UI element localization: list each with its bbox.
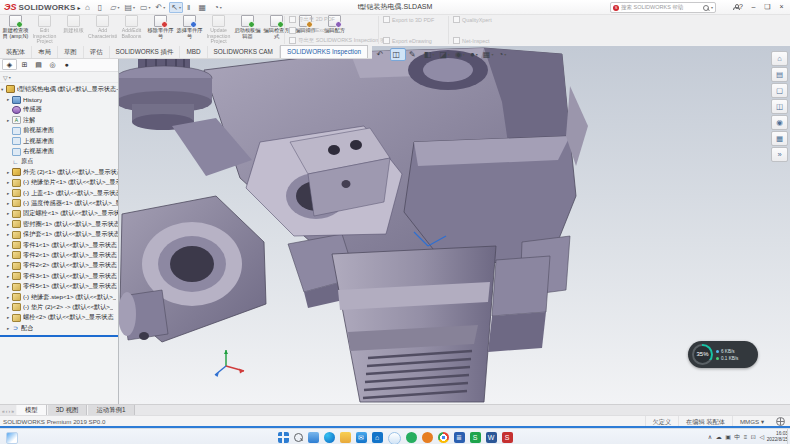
ribbon-button[interactable]: 新建模板 <box>59 14 88 45</box>
undo-icon[interactable]: ↶▾ <box>155 2 167 13</box>
tree-item[interactable]: ▸ (-) 绝缘套.step<1> (默认<<默认>_ <box>0 292 118 302</box>
tree-item[interactable]: ▸ (-) 上盖<1> (默认<<默认>_显示状态 <box>0 188 118 198</box>
ribbon-button[interactable]: Edit Inspection Project <box>30 14 59 45</box>
first-tab-icon[interactable]: « <box>2 408 5 414</box>
command-tab[interactable]: 装配体 <box>0 46 32 58</box>
search-icon[interactable] <box>703 5 709 11</box>
tree-item[interactable]: ▸ (-) 垫片 (2)<2> -> (默认<<默认>_ <box>0 302 118 312</box>
tree-item[interactable]: ▸ 零件2<1> (默认<<默认>_显示状态 <box>0 250 118 260</box>
search-caret-icon[interactable]: ▾ <box>711 5 713 10</box>
command-tab[interactable]: SOLIDWORKS CAM <box>208 46 280 58</box>
export-link[interactable]: Export to 3D PDF <box>383 16 449 23</box>
design-library-icon[interactable]: ▤ <box>771 67 788 82</box>
print-icon[interactable]: ▭▾ <box>139 2 152 13</box>
dimxpertmanager-tab[interactable]: ◎ <box>46 59 59 70</box>
view-palette-icon[interactable]: ◫ <box>771 99 788 114</box>
export-link[interactable]: QualityXpert <box>453 16 513 23</box>
tree-item[interactable]: ▸ 上视基准面 <box>0 136 118 146</box>
tree-item[interactable]: ▸ 右视基准面 <box>0 146 118 156</box>
annotation-view-icon[interactable]: ✎▾ <box>408 48 421 61</box>
rollback-bar[interactable] <box>0 335 118 337</box>
word-icon[interactable]: W <box>486 432 497 443</box>
view-orientation-icon[interactable]: ◧▾ <box>422 48 436 61</box>
ribbon-button[interactable]: 选择零件序号 <box>175 14 204 45</box>
edit-appearance-icon[interactable]: ●▾ <box>468 48 479 61</box>
wechat-icon[interactable] <box>406 432 417 443</box>
store-icon[interactable]: ⌂ <box>372 432 383 443</box>
next-tab-icon[interactable]: › <box>8 408 10 414</box>
appearances-icon[interactable]: ◉ <box>771 115 788 130</box>
command-tab[interactable]: SOLIDWORKS Inspection <box>280 45 368 58</box>
ime-mode-icon[interactable]: ≡ <box>744 431 748 443</box>
apply-scene-icon[interactable]: ▦▾ <box>481 48 495 61</box>
command-tab[interactable]: 布局 <box>32 46 58 58</box>
filter-funnel-icon[interactable]: ▽ <box>3 74 8 81</box>
command-tab[interactable]: 评估 <box>84 46 110 58</box>
solidworks-resources-icon[interactable]: ⌂ <box>771 51 788 66</box>
solidworks-icon[interactable]: S <box>502 432 513 443</box>
command-tab[interactable]: SOLIDWORKS 插件 <box>110 46 181 58</box>
configurationmanager-tab[interactable]: ▤ <box>32 59 45 70</box>
tree-item[interactable]: ▸ 零件1<1> (默认<<默认>_显示状态 1 <box>0 240 118 250</box>
open-icon[interactable]: ▱▾ <box>109 2 120 13</box>
tree-filter-row[interactable]: ▽ ▾ <box>0 72 118 83</box>
view-settings-icon[interactable]: ◔▾ <box>497 48 508 61</box>
onedrive-icon[interactable] <box>388 432 401 444</box>
tree-root-item[interactable]: ▾ t型铠装热电偶 (默认<默认_显示状态-1>) <box>0 84 118 94</box>
propertymanager-tab[interactable]: ⊞ <box>18 59 31 70</box>
search-box[interactable]: S 搜索 SOLIDWORKS 帮助 ▾ <box>610 2 716 13</box>
tree-item[interactable]: ▸ 前视基准面 <box>0 126 118 136</box>
ribbon-button[interactable]: 新建检查项目 (amp;N) <box>1 14 30 45</box>
tree-item[interactable]: ▸ History <box>0 94 118 104</box>
display-style-icon[interactable]: ◪▾ <box>438 48 452 61</box>
export-link[interactable]: Export eDrawing <box>383 37 449 44</box>
new-document-icon[interactable]: ▯▾ <box>97 2 106 13</box>
ribbon-button[interactable]: Update Inspection Project <box>204 14 233 45</box>
task-view-icon[interactable] <box>308 432 319 443</box>
tree-item[interactable]: ▸ (-) 温度传感器<1> (默认<<默认>_显 <box>0 198 118 208</box>
export-link[interactable]: 导出至 Excel <box>289 27 379 34</box>
tree-item[interactable]: ▸ 零件3<1> (默认<<默认>_显示状态 <box>0 271 118 281</box>
section-view-icon[interactable]: ◫▾ <box>390 48 406 61</box>
filter-caret-icon[interactable]: ▾ <box>9 75 11 80</box>
tree-item[interactable]: ▸ 零件5<1> (默认<<默认>_显示状态 <box>0 281 118 291</box>
tree-item[interactable]: ▸ 外壳 (2)<1> (默认<<默认>_显示状态 <box>0 167 118 177</box>
tree-item[interactable]: ▸ A 注解 <box>0 115 118 125</box>
menu-expand-icon[interactable]: ▸ <box>78 4 83 11</box>
previous-view-icon[interactable]: ↶▾ <box>375 48 388 61</box>
file-explorer-icon[interactable]: ▢ <box>771 83 788 98</box>
restore-button[interactable]: ❏ <box>761 1 774 13</box>
ime-language-indicator[interactable]: 中 <box>734 431 740 443</box>
mail-icon[interactable]: ✉ <box>356 432 367 443</box>
tree-item[interactable]: ▸ 传感器 <box>0 105 118 115</box>
prev-tab-icon[interactable]: ‹ <box>6 408 8 414</box>
taskbar-clock[interactable]: 16:03 2022/8/15 <box>767 431 788 443</box>
graphics-area[interactable]: ▣▾⊞▾↶▾◫▾✎▾◧▾◪▾◉▾●▾▦▾◔▾ ⌂▤▢◫◉▦» 35% 6 KB/… <box>118 46 790 404</box>
minimize-button[interactable]: – <box>747 1 760 13</box>
hide-show-items-icon[interactable]: ◉▾ <box>453 48 466 61</box>
export-link[interactable]: 导出至 2D PDF <box>289 16 379 23</box>
close-button[interactable]: × <box>775 1 788 13</box>
tree-item[interactable]: ▸ ⊃ 配合 <box>0 323 118 333</box>
search-icon[interactable] <box>294 433 303 442</box>
options-icon[interactable]: ◔▾ <box>213 2 223 13</box>
login-user-icon[interactable] <box>733 4 738 9</box>
home-icon[interactable]: ⌂▾ <box>84 2 94 13</box>
command-tab[interactable]: 草图 <box>58 46 84 58</box>
tree-item[interactable]: ▸ 螺栓<2> (默认<<默认>_显示状态 <box>0 313 118 323</box>
tree-item[interactable]: ▸ 保护套<1> (默认<<默认>_显示状态 <box>0 229 118 239</box>
last-tab-icon[interactable]: » <box>11 408 14 414</box>
displaymanager-tab[interactable]: ● <box>60 59 73 70</box>
onedrive-tray-icon[interactable]: ☁ <box>716 431 722 443</box>
ribbon-button[interactable]: Add/Edit Balloons <box>117 14 146 45</box>
custom-properties-icon[interactable]: ▦ <box>771 131 788 146</box>
rebuild-icon[interactable]: ‖▾ <box>186 2 194 13</box>
display-settings-icon[interactable]: ▦▾ <box>197 2 210 13</box>
edge-icon[interactable] <box>324 432 335 443</box>
tree-item[interactable]: ▸ 密封圈<1> (默认<<默认>_显示状态 <box>0 219 118 229</box>
volume-icon[interactable]: ◁ <box>759 431 764 443</box>
tree-item[interactable]: ▸ 零件2<2> (默认<<默认>_显示状态 <box>0 261 118 271</box>
ribbon-button[interactable]: Add Characteristic <box>88 14 117 45</box>
tree-item[interactable]: ▸ 固定螺栓<1> (默认<<默认>_显示状 <box>0 209 118 219</box>
notes-icon[interactable]: S <box>470 432 481 443</box>
